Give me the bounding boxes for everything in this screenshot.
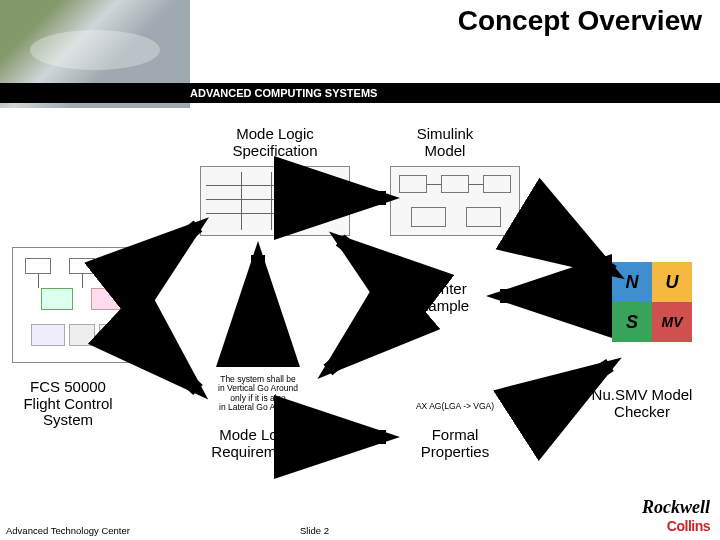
arrow-req-to-formal [320,425,396,455]
arrow-nusmv-to-counter [490,283,610,313]
footer-left: Advanced Technology Center [6,525,130,536]
label-mode-logic-spec: Mode Logic Specification [215,126,335,159]
footer-logo: Rockwell Collins [642,497,710,534]
arrow-req-to-spec [243,245,283,373]
footer-slide: Slide 2 [300,525,329,536]
logo-top: Rockwell [642,497,710,518]
svg-line-4 [520,215,613,272]
svg-line-1 [145,340,198,390]
arrow-counter-to-spec [330,232,400,287]
arrow-counter-to-req [318,312,398,380]
spec-diagram [200,166,350,236]
svg-line-6 [517,365,610,425]
label-simulink-model: Simulink Model [395,126,495,159]
arrow-spec-to-simulink [350,186,394,216]
formal-property-expr: AX AG(LGA -> VGA) [395,402,515,411]
label-formal-props: Formal Properties [395,427,515,460]
banner: ADVANCED COMPUTING SYSTEMS [0,83,720,103]
label-fcs: FCS 50000 Flight Control System [8,379,128,429]
arrow-fcs-to-spec [140,218,210,278]
simulink-diagram [390,166,520,236]
fcs-diagram [12,247,152,363]
arrow-fcs-to-req [140,335,210,405]
label-mode-logic-req: Mode Logic Requirements [198,427,318,460]
label-counter-example: Counter Example [390,281,490,314]
requirement-text: The system shall be in Vertical Go Aroun… [198,375,318,412]
arrow-formal-to-nusmv [512,355,622,435]
svg-line-9 [328,317,390,370]
logo-bot: Collins [642,518,710,534]
arrow-simulink-to-nusmv [515,210,625,290]
svg-line-8 [340,240,392,280]
svg-line-0 [145,226,198,268]
page-title: Concept Overview [458,5,702,37]
